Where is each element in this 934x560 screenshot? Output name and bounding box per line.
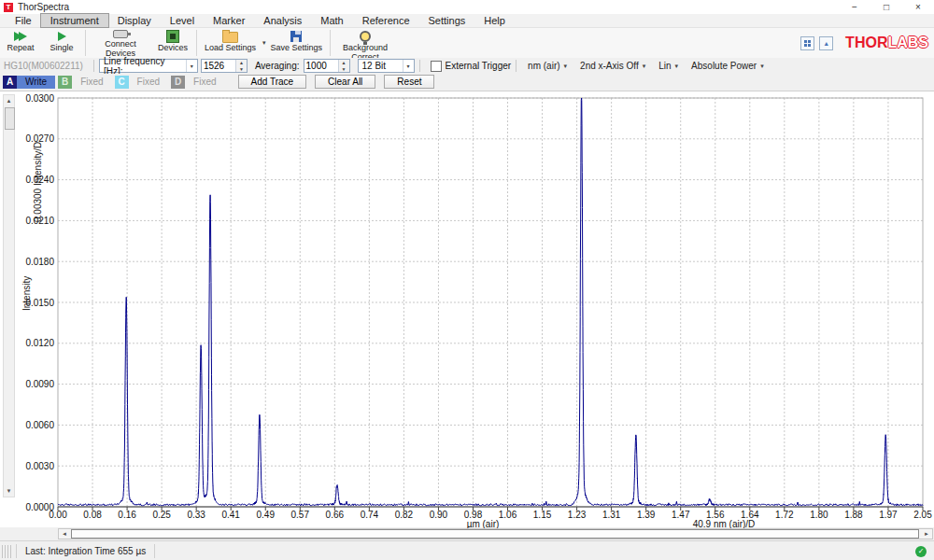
trace-c-badge: C [115, 76, 129, 89]
statusbar-grip [2, 545, 13, 558]
folder-icon [222, 30, 238, 42]
menu-level[interactable]: Level [161, 14, 204, 27]
repeat-icon [14, 30, 27, 42]
trace-d-state: Fixed [185, 76, 224, 89]
status-ok-icon: ✓ [915, 546, 927, 557]
svg-text:1.97: 1.97 [879, 510, 898, 520]
averaging-input[interactable] [304, 60, 338, 72]
svg-text:0.57: 0.57 [291, 510, 310, 520]
svg-text:0.33: 0.33 [187, 510, 205, 520]
menu-instrument[interactable]: Instrument [41, 14, 108, 27]
trace-tab-a[interactable]: A Write [3, 76, 55, 89]
chevron-down-icon[interactable]: ▾ [186, 60, 197, 72]
separator [516, 60, 517, 72]
svg-text:0.49: 0.49 [257, 510, 276, 520]
floppy-icon [290, 30, 302, 42]
scale-dropdown[interactable]: Lin ▾ [658, 61, 678, 71]
svg-text:0.0240: 0.0240 [25, 175, 54, 185]
svg-text:0.16: 0.16 [118, 510, 136, 520]
line-frequency-spinner[interactable]: ▲▼ [201, 59, 248, 73]
status-bar: Last: Integration Time 655 µs ✓ [0, 540, 934, 560]
spinner-arrows[interactable]: ▲▼ [338, 60, 349, 72]
svg-text:0.0180: 0.0180 [25, 257, 54, 267]
svg-text:0.0300: 0.0300 [25, 93, 54, 104]
scroll-right-icon[interactable]: ► [921, 529, 932, 539]
svg-text:1.39: 1.39 [637, 510, 656, 520]
svg-text:2.05: 2.05 [913, 510, 932, 520]
trace-d-badge: D [171, 76, 185, 89]
svg-text:0.0150: 0.0150 [25, 298, 54, 308]
toolbar-separator [196, 30, 197, 56]
maximize-button[interactable]: □ [870, 0, 902, 14]
menu-help[interactable]: Help [474, 14, 515, 27]
svg-text:0.0000: 0.0000 [25, 502, 54, 512]
svg-text:0.0060: 0.0060 [25, 420, 54, 430]
svg-text:0.0090: 0.0090 [25, 379, 54, 389]
svg-text:1.15: 1.15 [533, 510, 552, 520]
separator [16, 544, 17, 558]
trace-bar: A Write B Fixed C Fixed D Fixed Add Trac… [0, 74, 934, 90]
trace-c-state: Fixed [129, 76, 168, 89]
chevron-down-icon[interactable]: ▾ [403, 60, 414, 72]
minimize-button[interactable]: − [839, 0, 870, 14]
svg-text:0.41: 0.41 [221, 510, 240, 520]
spectrum-chart[interactable]: 0.000.080.160.250.330.410.490.570.660.74… [19, 90, 934, 532]
clear-all-button[interactable]: Clear All [315, 75, 375, 89]
trace-tab-d[interactable]: D Fixed [171, 76, 224, 89]
save-settings-button[interactable]: Save Settings [266, 28, 328, 58]
trace-tab-c[interactable]: C Fixed [115, 76, 168, 89]
window-title: ThorSpectra [18, 2, 69, 12]
collapse-panels-icon[interactable]: ▲ [819, 36, 833, 50]
connect-devices-button[interactable]: Connect Devices [89, 28, 152, 58]
load-settings-button[interactable]: Load Settings [200, 28, 261, 58]
devices-button[interactable]: Devices [152, 28, 193, 58]
power-mode-dropdown[interactable]: Absolute Power ▾ [691, 61, 764, 71]
svg-text:1.47: 1.47 [672, 510, 690, 520]
close-button[interactable]: × [902, 0, 934, 14]
svg-text:0.0120: 0.0120 [25, 338, 54, 348]
separator [419, 60, 420, 72]
menu-settings[interactable]: Settings [419, 14, 475, 27]
menu-marker[interactable]: Marker [204, 14, 254, 27]
menu-file[interactable]: File [6, 14, 41, 27]
svg-text:0.25: 0.25 [152, 510, 171, 520]
app-icon: T [4, 3, 13, 12]
reset-button[interactable]: Reset [384, 75, 434, 89]
separator [154, 544, 155, 558]
background-correct-button[interactable]: Background Correct [333, 28, 397, 58]
x-unit-dropdown[interactable]: nm (air) ▾ [528, 61, 567, 71]
chevron-down-icon: ▾ [760, 63, 764, 70]
averaging-label: Averaging: [255, 61, 300, 71]
add-trace-button[interactable]: Add Trace [238, 75, 307, 89]
vertical-scrollbar[interactable]: ▲ ▼ [3, 94, 15, 497]
menu-reference[interactable]: Reference [353, 14, 419, 27]
spinner-arrows[interactable]: ▲▼ [235, 60, 247, 72]
repeat-button[interactable]: Repeat [0, 28, 41, 58]
chevron-down-icon: ▾ [643, 63, 646, 70]
toolbar: Repeat Single Connect Devices Devices Lo… [0, 28, 934, 59]
averaging-spinner[interactable]: ▲▼ [304, 59, 350, 73]
scroll-left-icon[interactable]: ◄ [59, 529, 70, 539]
svg-text:0.90: 0.90 [430, 510, 448, 520]
trace-tab-b[interactable]: B Fixed [58, 76, 111, 89]
acquisition-settings-row: HG10(M00602211) Line frequency [Hz]: ▾ ▲… [0, 58, 934, 75]
menu-display[interactable]: Display [108, 14, 161, 27]
line-frequency-input[interactable] [202, 60, 235, 72]
single-play-icon [58, 30, 66, 42]
vertical-scroll-thumb[interactable] [5, 107, 15, 130]
svg-text:1.23: 1.23 [568, 510, 587, 520]
scroll-up-icon[interactable]: ▲ [4, 95, 14, 106]
bit-depth-combobox[interactable]: 12 Bit ▾ [358, 59, 415, 73]
expand-panels-icon[interactable] [800, 36, 814, 50]
single-button[interactable]: Single [41, 28, 82, 58]
menu-math[interactable]: Math [311, 14, 352, 27]
second-axis-dropdown[interactable]: 2nd x-Axis Off ▾ [580, 61, 645, 71]
horizontal-scroll-thumb[interactable] [71, 529, 919, 539]
trace-b-badge: B [58, 76, 72, 89]
integration-time-status: Last: Integration Time 655 µs [20, 546, 151, 556]
external-trigger-checkbox[interactable] [431, 61, 442, 72]
scroll-down-icon[interactable]: ▼ [4, 485, 14, 497]
line-frequency-combobox[interactable]: Line frequency [Hz]: ▾ [99, 59, 198, 73]
menu-analysis[interactable]: Analysis [254, 14, 311, 27]
horizontal-scrollbar[interactable]: ◄ ► [58, 528, 933, 539]
